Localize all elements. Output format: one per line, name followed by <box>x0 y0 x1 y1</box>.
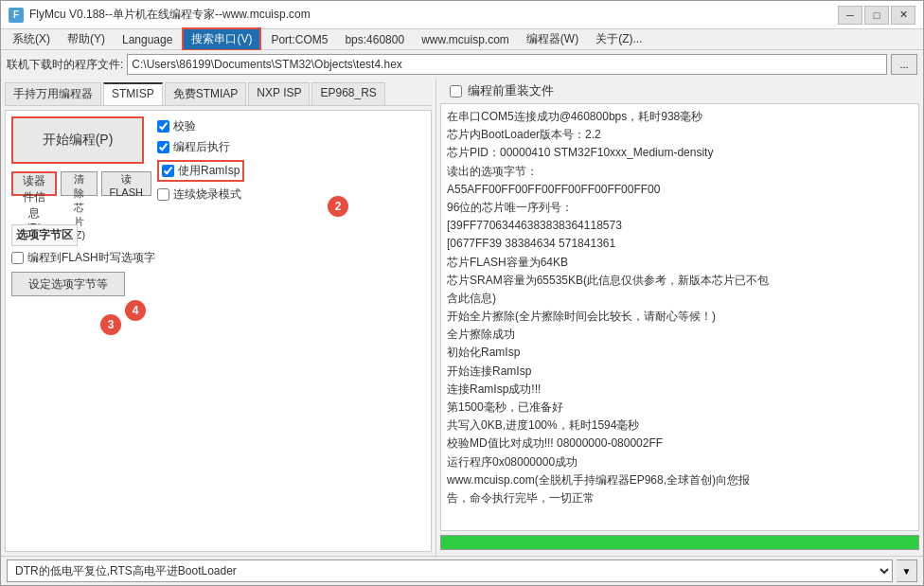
tab-content: 开始编程(P) 读器件信息(R) 清除芯片(Z) 读FLASH 2 校验 <box>5 110 432 552</box>
checkbox-continuous-row[interactable]: 连续烧录模式 <box>157 186 244 203</box>
output-area[interactable]: 在串口COM5连接成功@460800bps，耗时938毫秒芯片内BootLoad… <box>440 103 919 531</box>
tab-free-stmiap[interactable]: 免费STMIAP <box>165 82 247 105</box>
checkbox-ramisp[interactable] <box>162 165 174 177</box>
output-line: 初始化RamIsp <box>447 344 913 362</box>
options-flash-checkbox[interactable] <box>11 252 24 264</box>
minimize-button[interactable]: ─ <box>838 6 862 25</box>
main-content: 手持万用编程器 STMISP 免费STMIAP NXP ISP EP968_RS… <box>1 79 923 556</box>
checkbox-continuous[interactable] <box>157 188 169 201</box>
checkboxes-group: 校验 编程后执行 使用RamIsp 连续烧录模式 <box>157 118 244 203</box>
start-program-button[interactable]: 开始编程(P) <box>11 116 144 164</box>
options-label: 选项字节区 <box>11 224 78 246</box>
menu-system[interactable]: 系统(X) <box>5 29 58 49</box>
progress-bar-container <box>440 535 919 550</box>
output-line: 第1500毫秒，已准备好 <box>447 399 913 417</box>
main-window: F FlyMcu V0.188--单片机在线编程专家--www.mcuisp.c… <box>0 0 924 586</box>
reload-file-checkbox[interactable] <box>450 85 462 98</box>
checkbox-verify-row[interactable]: 校验 <box>157 118 244 134</box>
options-flash-label: 编程到FLASH时写选项字 <box>27 250 155 266</box>
output-line: A55AFF00FF00FF00FF00FF00FF00FF00 <box>447 181 913 199</box>
title-bar-left: F FlyMcu V0.188--单片机在线编程专家--www.mcuisp.c… <box>9 7 311 23</box>
app-icon: F <box>9 8 24 23</box>
boot-mode-select[interactable]: DTR的低电平复位,RTS高电平进BootLoader <box>7 559 893 582</box>
title-text: FlyMcu V0.188--单片机在线编程专家--www.mcuisp.com <box>29 7 311 23</box>
checkbox-ramisp-label: 使用RamIsp <box>178 163 240 179</box>
output-line: [0677FF39 38384634 571841361 <box>447 235 913 253</box>
checkbox-continuous-label: 连续烧录模式 <box>173 186 241 203</box>
title-bar: F FlyMcu V0.188--单片机在线编程专家--www.mcuisp.c… <box>1 1 923 29</box>
output-line: [39FF77063446383838364118573 <box>447 217 913 235</box>
action-buttons: 读器件信息(R) 清除芯片(Z) 读FLASH <box>11 171 151 196</box>
read-flash-button[interactable]: 读FLASH <box>101 171 151 196</box>
checkbox-verify[interactable] <box>157 120 169 133</box>
checkbox-verify-label: 校验 <box>173 118 196 134</box>
menu-port[interactable]: Port:COM5 <box>263 31 335 48</box>
read-device-button[interactable]: 读器件信息(R) <box>11 171 57 196</box>
output-line: 校验MD值比对成功!!! 08000000-080002FF <box>447 435 913 453</box>
menu-help[interactable]: 帮助(Y) <box>60 29 113 49</box>
output-line: 运行程序0x08000000成功 <box>447 453 913 471</box>
menu-about[interactable]: 关于(Z)... <box>588 29 649 49</box>
menu-bar: 系统(X) 帮助(Y) Language 搜索串口(V) Port:COM5 b… <box>1 29 923 50</box>
output-line: 读出的选项字节： <box>447 163 913 181</box>
output-line: 芯片SRAM容量为65535KB(此信息仅供参考，新版本芯片已不包 <box>447 272 913 290</box>
annotation-2: 2 <box>328 196 348 217</box>
checkbox-exec-after[interactable] <box>157 141 169 153</box>
file-path-input[interactable] <box>127 54 887 75</box>
left-buttons: 开始编程(P) 读器件信息(R) 清除芯片(Z) 读FLASH <box>11 116 151 196</box>
menu-language[interactable]: Language <box>115 31 180 48</box>
title-controls: ─ □ ✕ <box>838 6 915 25</box>
checkbox-ramisp-row[interactable]: 使用RamIsp <box>157 160 244 182</box>
menu-bps[interactable]: bps:460800 <box>337 31 412 48</box>
output-line: www.mcuisp.com(全脱机手持编程器EP968,全球首创)向您报 <box>447 471 913 489</box>
checkbox-exec-after-label: 编程后执行 <box>173 139 230 155</box>
output-line: 全片擦除成功 <box>447 326 913 344</box>
file-label: 联机下载时的程序文件: <box>7 57 123 73</box>
right-header: 编程前重装文件 <box>440 82 919 99</box>
maximize-button[interactable]: □ <box>864 6 889 25</box>
erase-chip-button[interactable]: 清除芯片(Z) <box>61 171 98 196</box>
tab-handheld[interactable]: 手持万用编程器 <box>5 82 101 105</box>
output-line: 开始全片擦除(全片擦除时间会比较长，请耐心等候！) <box>447 308 913 326</box>
bottom-bar: DTR的低电平复位,RTS高电平进BootLoader ▼ <box>1 556 923 585</box>
output-line: 芯片FLASH容量为64KB <box>447 254 913 272</box>
output-line: 告，命令执行完毕，一切正常 <box>447 489 913 507</box>
file-row: 联机下载时的程序文件: ... <box>1 50 923 79</box>
checkbox-exec-after-row[interactable]: 编程后执行 <box>157 139 244 155</box>
left-panel: 手持万用编程器 STMISP 免费STMIAP NXP ISP EP968_RS… <box>1 79 436 556</box>
output-line: 芯片PID：00000410 STM32F10xxx_Medium-densit… <box>447 144 913 162</box>
file-browse-button[interactable]: ... <box>891 54 917 75</box>
options-checkbox-row[interactable]: 编程到FLASH时写选项字 <box>11 250 428 266</box>
output-line: 连接RamIsp成功!!! <box>447 381 913 399</box>
menu-website[interactable]: www.mcuisp.com <box>414 31 517 48</box>
output-line: 共写入0KB,进度100%，耗时1594毫秒 <box>447 417 913 435</box>
output-line: 96位的芯片唯一序列号： <box>447 199 913 217</box>
right-panel: 编程前重装文件 在串口COM5连接成功@460800bps，耗时938毫秒芯片内… <box>436 79 923 556</box>
output-line: 含此信息) <box>447 290 913 308</box>
output-line: 芯片内BootLoader版本号：2.2 <box>447 126 913 144</box>
menu-programmer[interactable]: 编程器(W) <box>519 29 586 49</box>
tab-nxp-isp[interactable]: NXP ISP <box>248 82 310 105</box>
output-line: 开始连接RamIsp <box>447 363 913 381</box>
options-set-button[interactable]: 设定选项字节等 <box>11 272 125 296</box>
reload-file-label: 编程前重装文件 <box>468 82 554 99</box>
output-line: 在串口COM5连接成功@460800bps，耗时938毫秒 <box>447 108 913 126</box>
select-arrow-icon[interactable]: ▼ <box>897 559 917 582</box>
close-button[interactable]: ✕ <box>891 6 915 25</box>
tab-stmisp[interactable]: STMISP <box>103 82 163 105</box>
annotation-3: 3 <box>100 314 121 335</box>
tab-ep968[interactable]: EP968_RS <box>311 82 384 105</box>
menu-search-port[interactable]: 搜索串口(V) <box>182 27 261 51</box>
progress-bar-fill <box>441 536 918 549</box>
tab-bar: 手持万用编程器 STMISP 免费STMIAP NXP ISP EP968_RS <box>5 82 432 106</box>
annotation-4: 4 <box>125 300 146 321</box>
options-section: 选项字节区 编程到FLASH时写选项字 设定选项字节等 4 <box>11 224 428 296</box>
